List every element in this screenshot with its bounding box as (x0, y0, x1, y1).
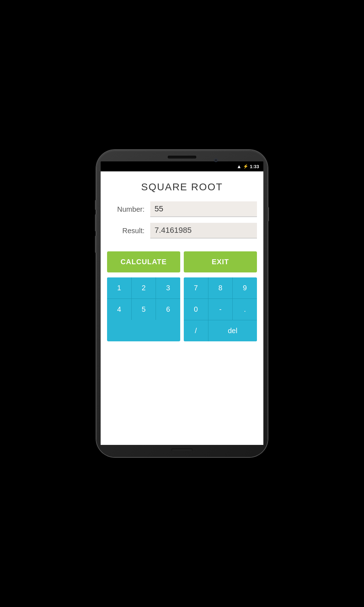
key-9[interactable]: 9 (233, 277, 257, 299)
number-label: Number: (107, 205, 150, 214)
key-0[interactable]: 0 (184, 299, 208, 320)
key-1[interactable]: 1 (107, 277, 131, 299)
phone-bottom-bar (171, 448, 193, 451)
exit-button[interactable]: EXIT (184, 251, 257, 272)
number-input[interactable] (150, 201, 257, 217)
key-dot[interactable]: . (233, 299, 257, 320)
calculate-button[interactable]: CALCULATE (107, 251, 180, 272)
status-time: 1:33 (250, 164, 259, 169)
app-content: SQUARE ROOT Number: Result: CALCULATE EX… (101, 171, 263, 445)
silent-button[interactable] (95, 236, 96, 253)
key-minus[interactable]: - (208, 299, 233, 320)
numpad-container: 1 2 3 4 5 6 7 8 9 0 - (107, 277, 257, 341)
key-8[interactable]: 8 (208, 277, 233, 299)
key-5[interactable]: 5 (132, 299, 156, 320)
volume-up-button[interactable] (95, 200, 96, 210)
numpad-left: 1 2 3 4 5 6 (107, 277, 180, 341)
key-7[interactable]: 7 (184, 277, 208, 299)
result-row: Result: (107, 223, 257, 239)
key-6[interactable]: 6 (156, 299, 180, 320)
app-title: SQUARE ROOT (141, 181, 223, 193)
phone-speaker (168, 156, 196, 159)
power-button[interactable] (268, 207, 269, 221)
key-slash[interactable]: / (184, 320, 208, 341)
status-bar: ▲ ⚡ 1:33 (101, 161, 263, 171)
key-del[interactable]: del (208, 320, 257, 341)
key-2[interactable]: 2 (132, 277, 156, 299)
phone-screen: SQUARE ROOT Number: Result: CALCULATE EX… (101, 171, 263, 445)
key-4[interactable]: 4 (107, 299, 131, 320)
signal-icon: ▲ (237, 164, 242, 169)
action-buttons: CALCULATE EXIT (107, 251, 257, 272)
front-camera (214, 159, 218, 162)
phone-device: ▲ ⚡ 1:33 SQUARE ROOT Number: Result: CAL… (96, 150, 268, 457)
result-label: Result: (107, 227, 150, 235)
battery-icon: ⚡ (243, 164, 248, 169)
volume-down-button[interactable] (95, 214, 96, 231)
numpad-right: 7 8 9 0 - . / del (184, 277, 257, 341)
numpad-right-grid: 7 8 9 0 - . / del (184, 277, 257, 341)
key-3[interactable]: 3 (156, 277, 180, 299)
result-input[interactable] (150, 223, 257, 239)
numpad-left-grid: 1 2 3 4 5 6 (107, 277, 180, 320)
number-row: Number: (107, 201, 257, 217)
